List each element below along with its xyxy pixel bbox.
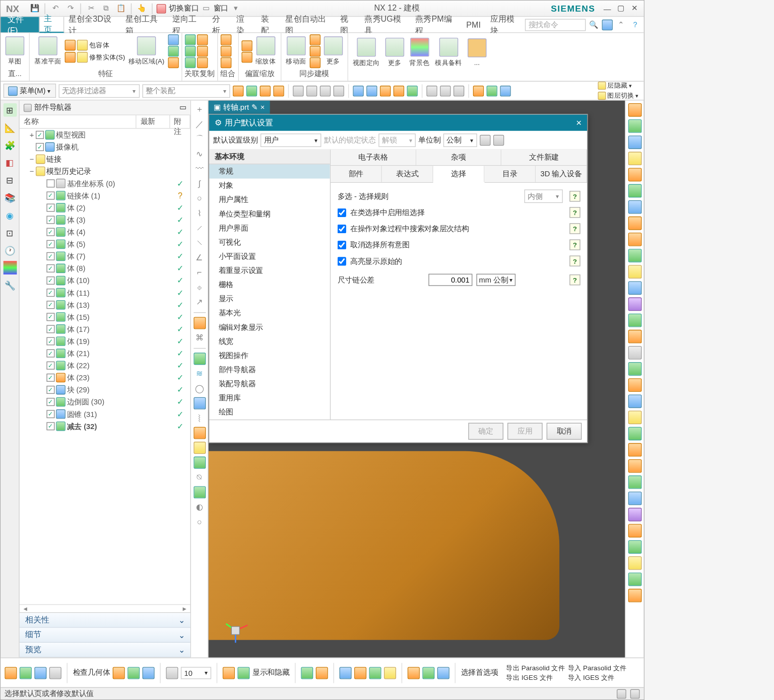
ribbon-tab[interactable]: 星创工具箱 xyxy=(120,17,167,32)
menu-button[interactable]: 菜单(M)▾ xyxy=(4,84,56,98)
curve-icon[interactable]: ⦚ xyxy=(194,412,206,424)
help-icon[interactable]: ? xyxy=(569,274,580,285)
accordion-item[interactable]: 相关性⌄ xyxy=(20,613,190,627)
tool-icon[interactable] xyxy=(194,457,206,469)
dialog-tab[interactable]: 部件 xyxy=(331,166,382,182)
tree-row[interactable]: ✓ 体 (5) ✓ xyxy=(20,238,190,250)
category-item[interactable]: 常规 xyxy=(209,165,330,179)
dialog-tab[interactable]: 文件新建 xyxy=(501,150,587,165)
sel-icon[interactable] xyxy=(473,85,483,96)
sel-icon[interactable] xyxy=(500,85,510,96)
palette-icon[interactable] xyxy=(3,261,17,274)
combine-icon[interactable] xyxy=(220,57,231,68)
dialog-tab[interactable]: 表达式 xyxy=(382,166,433,182)
switch-window-label[interactable]: 切换窗口 xyxy=(169,4,199,14)
category-item[interactable]: 重用库 xyxy=(209,391,330,405)
trim-solid-button[interactable]: 修整实体(S) xyxy=(65,51,125,63)
collapse-ribbon-icon[interactable]: ⌃ xyxy=(615,19,627,31)
datum-plane-button[interactable]: 基准平面 xyxy=(32,35,63,67)
mold-stock-button[interactable]: 模具备料 xyxy=(433,36,464,68)
check-input[interactable] xyxy=(338,208,346,217)
panel-undock-icon[interactable]: ▭ xyxy=(179,103,186,112)
category-item[interactable]: 单位类型和量纲 xyxy=(209,207,330,221)
assoc-copy-icon[interactable] xyxy=(197,57,208,68)
tree-row[interactable]: ✓ 体 (7) ✓ xyxy=(20,250,190,262)
tool-icon[interactable] xyxy=(628,573,641,586)
category-item[interactable]: 部件导航器 xyxy=(209,363,330,377)
tree-row[interactable]: ✓ 减去 (32) ✓ xyxy=(20,420,190,432)
assoc-copy-icon[interactable] xyxy=(184,46,195,56)
category-item[interactable]: 线宽 xyxy=(209,334,330,348)
export-iges-link[interactable]: 导出 IGES 文件 xyxy=(506,673,565,682)
category-item[interactable]: 小平面设置 xyxy=(209,249,330,263)
command-search[interactable]: 搜找命令 xyxy=(525,19,586,31)
sel-icon[interactable] xyxy=(232,85,243,96)
import-iges-link[interactable]: 导入 IGES 文件 xyxy=(568,673,627,682)
dialog-tab[interactable]: 目录 xyxy=(484,166,536,182)
view-orient-button[interactable]: 视图定向 xyxy=(351,36,382,68)
col-att[interactable]: 附注 xyxy=(170,115,190,128)
view-icon[interactable] xyxy=(602,19,612,30)
ribbon-tab[interactable]: 装配 xyxy=(256,17,281,32)
tool-icon[interactable] xyxy=(628,200,641,214)
check-input[interactable] xyxy=(338,257,346,265)
sel-icon[interactable] xyxy=(353,85,363,96)
nav-icon[interactable]: 📚 xyxy=(3,191,17,204)
ribbon-tab[interactable]: 燕秀UG模具 xyxy=(360,17,411,32)
help-icon[interactable]: ? xyxy=(569,223,580,234)
number-combo[interactable]: 10▾ xyxy=(181,667,211,679)
minimize-button[interactable]: — xyxy=(601,3,614,15)
tree-row[interactable]: ✓ 摄像机 xyxy=(20,141,190,153)
combine-icon[interactable] xyxy=(220,46,231,56)
more-sync-button[interactable]: 更多 xyxy=(321,35,345,67)
tree-row[interactable]: ✓ 体 (13) ✓ xyxy=(20,299,190,311)
assembly-combo[interactable]: 整个装配▾ xyxy=(142,84,230,98)
tool-icon[interactable] xyxy=(628,330,641,343)
assoc-copy-icon[interactable] xyxy=(197,34,208,45)
ribbon-tab[interactable]: 星创自动出图 xyxy=(281,17,335,32)
tool-icon[interactable] xyxy=(628,492,641,505)
overflow-button[interactable]: ... xyxy=(466,37,489,67)
accordion-item[interactable]: 细节⌄ xyxy=(20,628,190,643)
nav-icon[interactable]: ⊟ xyxy=(3,173,17,187)
tree-row[interactable]: ✓ 体 (23) ✓ xyxy=(20,372,190,384)
tree-row[interactable]: ✓ 圆锥 (31) ✓ xyxy=(20,408,190,420)
combine-icon[interactable] xyxy=(220,34,231,45)
offset-icon[interactable] xyxy=(241,51,252,62)
save-icon[interactable]: 💾 xyxy=(29,3,41,15)
tree-row[interactable]: ✓ 体 (2) ✓ xyxy=(20,201,190,214)
circle-icon[interactable]: ◯ xyxy=(194,382,206,394)
category-item[interactable]: 编辑对象显示 xyxy=(209,320,330,334)
ribbon-tab[interactable]: 分析 xyxy=(207,17,232,32)
category-item[interactable]: 着重显示设置 xyxy=(209,264,330,278)
category-item[interactable]: 视图操作 xyxy=(209,348,330,363)
help-icon[interactable]: ? xyxy=(569,207,580,218)
tree-row[interactable]: + ✓ 模型视图 xyxy=(20,129,190,141)
tree-row[interactable]: ✓ 体 (8) ✓ xyxy=(20,262,190,274)
curve-icon[interactable]: ∫ xyxy=(194,177,206,189)
background-button[interactable]: 背景色 xyxy=(407,36,431,68)
tool-icon[interactable] xyxy=(237,667,249,679)
sel-icon[interactable] xyxy=(379,85,390,96)
sel-icon[interactable] xyxy=(246,85,256,96)
nav-icon[interactable]: ◧ xyxy=(3,156,17,169)
clock-icon[interactable]: 🕐 xyxy=(3,243,17,257)
sel-icon[interactable] xyxy=(439,85,450,96)
tool-icon[interactable] xyxy=(628,249,641,262)
tool-icon[interactable] xyxy=(422,667,434,679)
sel-icon[interactable] xyxy=(333,85,344,96)
scale-body-button[interactable]: 缩放体 xyxy=(253,35,278,67)
offset-icon[interactable] xyxy=(241,40,252,51)
tool-icon[interactable] xyxy=(628,152,641,165)
assoc-copy-icon[interactable] xyxy=(197,46,208,56)
feature-icon[interactable] xyxy=(168,34,178,45)
tool-icon[interactable] xyxy=(5,667,17,679)
arc-icon[interactable]: ⌒ xyxy=(194,133,206,145)
dialog-tab[interactable]: 杂项 xyxy=(416,150,502,165)
circle-icon[interactable]: ○ xyxy=(194,192,206,204)
tool-icon[interactable] xyxy=(628,443,641,457)
tree-row[interactable]: ✓ 块 (29) ✓ xyxy=(20,384,190,396)
curve-icon[interactable]: ⌘ xyxy=(194,332,206,344)
tool-icon[interactable] xyxy=(628,119,641,133)
help-icon[interactable]: ？ xyxy=(629,19,641,31)
